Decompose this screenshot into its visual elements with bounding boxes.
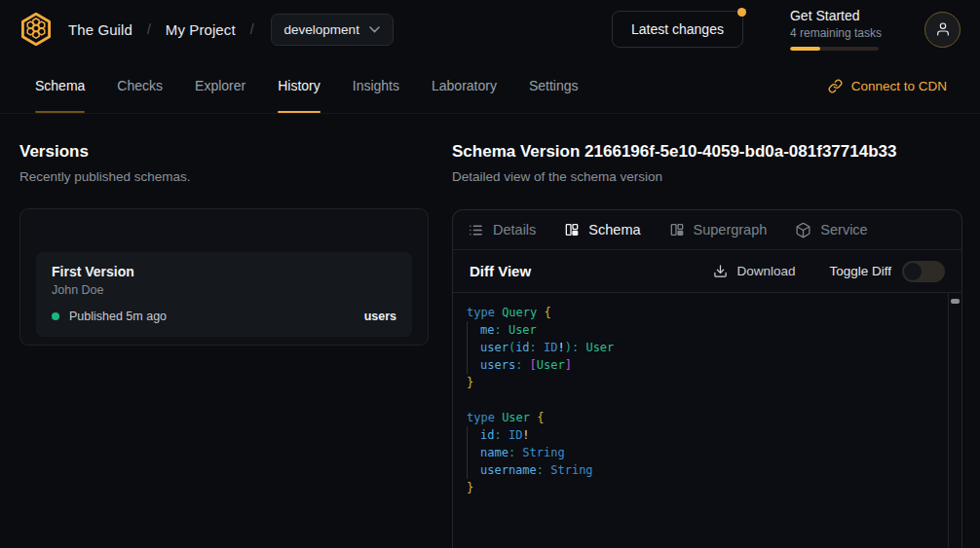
connect-to-cdn-label: Connect to CDN (851, 79, 947, 93)
code-token: user (480, 341, 509, 354)
code-token: User (502, 411, 537, 424)
cube-icon (795, 222, 811, 238)
breadcrumb-org[interactable]: The Guild (68, 21, 132, 38)
version-meta-row: Published 5m ago users (52, 310, 396, 323)
versions-subtitle: Recently published schemas. (19, 169, 429, 184)
detail-tab-label: Service (820, 222, 867, 237)
download-button[interactable]: Download (713, 264, 795, 278)
code-token: Query (502, 306, 544, 319)
code-token: me (480, 323, 494, 337)
code-token: { (537, 411, 544, 424)
tab-insights[interactable]: Insights (353, 58, 399, 113)
tab-settings[interactable]: Settings (529, 58, 579, 113)
version-detail-box: Details Schema Sup (452, 209, 962, 548)
notification-dot (737, 8, 746, 17)
person-icon (935, 21, 951, 37)
code-token: } (467, 481, 473, 494)
get-started-progress-fill (790, 47, 820, 51)
columns-icon (564, 222, 580, 237)
connect-to-cdn-link[interactable]: Connect to CDN (828, 58, 947, 113)
breadcrumb-project[interactable]: My Project (166, 21, 236, 38)
latest-changes-button[interactable]: Latest changes (612, 11, 743, 48)
version-list-item[interactable]: First Version John Doe Published 5m ago … (36, 252, 412, 337)
detail-tab-schema[interactable]: Schema (564, 222, 640, 237)
published-status-dot (52, 312, 59, 320)
code-line: } (467, 374, 948, 391)
columns-icon (669, 222, 685, 237)
target-nav: Schema Checks Explorer History Insights … (0, 58, 980, 114)
tab-label: Laboratory (432, 78, 497, 93)
scrollbar-thumb[interactable] (951, 299, 960, 304)
code-line: type Query { (467, 304, 948, 321)
detail-tab-label: Details (493, 222, 536, 237)
code-token: id (480, 428, 494, 442)
target-selector[interactable]: development (271, 14, 394, 46)
code-token: username (480, 463, 537, 477)
code-token: { (544, 306, 550, 319)
download-label: Download (736, 264, 795, 278)
code-token: : (509, 446, 522, 459)
code-token: User (509, 323, 537, 337)
code-token: User (585, 341, 614, 354)
code-token: String (522, 446, 564, 459)
tab-schema[interactable]: Schema (35, 58, 85, 113)
code-token: ! (522, 428, 529, 442)
code-line: id: ID! (467, 426, 948, 444)
code-token: : (494, 428, 508, 442)
code-token: ID (509, 428, 522, 442)
get-started-title: Get Started (790, 8, 882, 23)
versions-title: Versions (19, 142, 429, 162)
diff-view-header: Diff View Download Toggle Diff (453, 250, 961, 293)
version-status: Published 5m ago (69, 310, 167, 323)
hive-logo-icon[interactable] (18, 11, 55, 48)
target-selector-value: development (284, 22, 359, 37)
code-line: name: String (467, 444, 948, 461)
code-line: type User { (467, 409, 948, 426)
detail-tabs: Details Schema Sup (453, 210, 961, 250)
scrollbar-track[interactable] (948, 293, 961, 548)
code-token: : (494, 323, 508, 337)
code-token: id (515, 341, 529, 354)
tab-label: Settings (529, 78, 579, 93)
code-token: } (467, 376, 473, 389)
tab-label: Checks (117, 78, 163, 93)
code-line (467, 391, 948, 409)
detail-tab-details[interactable]: Details (468, 222, 536, 238)
user-avatar[interactable] (924, 12, 961, 48)
tab-history[interactable]: History (278, 58, 320, 113)
toggle-diff-switch[interactable] (902, 261, 945, 282)
breadcrumb-separator: / (250, 21, 254, 37)
code-token: users (480, 358, 515, 372)
tab-label: Explorer (195, 78, 245, 93)
diff-view-title: Diff View (470, 263, 531, 279)
code-token: ] (565, 358, 572, 372)
code-token: ! (558, 341, 565, 354)
tab-laboratory[interactable]: Laboratory (432, 58, 497, 113)
list-icon (468, 222, 484, 238)
get-started-widget[interactable]: Get Started 4 remaining tasks (790, 8, 882, 51)
link-icon (828, 79, 843, 93)
code-block: type Query {me: Useruser(id: ID!): Useru… (453, 293, 948, 548)
code-token: type (467, 306, 502, 319)
code-token: User (537, 358, 565, 372)
breadcrumb-separator: / (147, 21, 151, 37)
toggle-diff-group: Toggle Diff (829, 261, 945, 282)
service-badge: users (364, 310, 396, 323)
toggle-diff-label: Toggle Diff (829, 264, 891, 278)
toggle-knob (904, 263, 922, 280)
detail-tab-service[interactable]: Service (795, 222, 867, 238)
code-line: username: String (467, 461, 948, 479)
detail-tab-supergraph[interactable]: Supergraph (669, 222, 768, 237)
tab-explorer[interactable]: Explorer (195, 58, 245, 113)
schema-code-area: type Query {me: Useruser(id: ID!): Useru… (453, 293, 961, 548)
tab-checks[interactable]: Checks (117, 58, 163, 113)
version-name: First Version (52, 264, 396, 279)
code-line: users: [User] (467, 356, 948, 374)
detail-tab-label: Schema (588, 222, 640, 237)
code-line: user(id: ID!): User (467, 339, 948, 356)
chevron-down-icon (369, 26, 380, 33)
code-token: : (537, 463, 550, 477)
code-token: : (515, 358, 529, 372)
main-content: Versions Recently published schemas. Fir… (0, 114, 980, 548)
detail-tab-label: Supergraph (694, 222, 768, 237)
